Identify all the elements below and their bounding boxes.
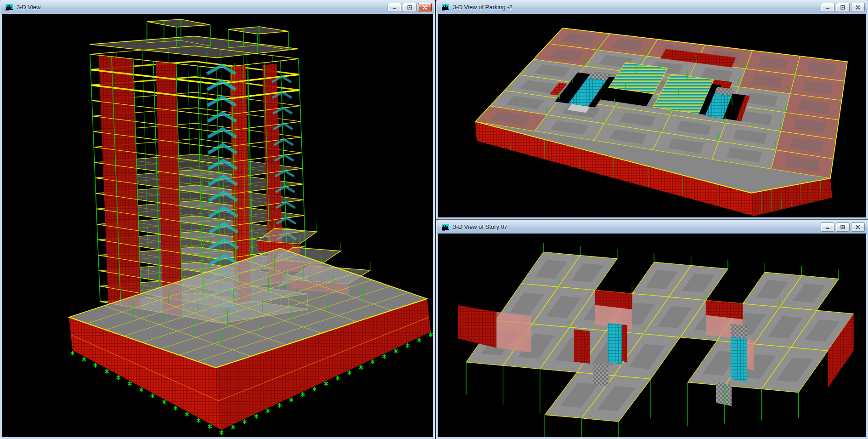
- minimize-icon: [392, 5, 397, 10]
- close-icon: [855, 5, 861, 10]
- close-button[interactable]: [418, 3, 432, 12]
- close-button[interactable]: [851, 222, 865, 232]
- window-controls: [821, 222, 865, 232]
- window-3d-view: 3-D View: [0, 0, 435, 439]
- window-title: 3-D View: [17, 4, 384, 11]
- minimize-button[interactable]: [821, 222, 834, 232]
- restore-button[interactable]: [836, 222, 850, 232]
- restore-icon: [840, 5, 845, 10]
- minimize-icon: [825, 5, 830, 10]
- window-controls: [821, 3, 865, 12]
- minimize-button[interactable]: [821, 3, 834, 12]
- restore-icon: [407, 5, 412, 10]
- minimize-button[interactable]: [388, 3, 401, 12]
- window-parking: 3-D View of Parking -2: [436, 0, 868, 219]
- mdi-workspace: 3-D View: [0, 0, 868, 439]
- model-3d-view-icon: [441, 223, 450, 231]
- viewport-story07-model[interactable]: [438, 234, 866, 437]
- window-story07: 3-D View of Story 07: [436, 220, 868, 439]
- restore-icon: [840, 225, 845, 229]
- titlebar[interactable]: 3-D View of Parking -2: [437, 0, 868, 14]
- viewport-parking-model[interactable]: [438, 14, 866, 217]
- window-controls: [388, 3, 432, 12]
- restore-button[interactable]: [836, 3, 850, 12]
- close-icon: [855, 225, 861, 229]
- model-3d-view-icon: [441, 3, 450, 11]
- window-title: 3-D View of Parking -2: [453, 4, 817, 11]
- close-button[interactable]: [851, 3, 865, 12]
- restore-button[interactable]: [403, 3, 417, 12]
- minimize-icon: [825, 225, 830, 229]
- model-3d-view-icon: [5, 3, 13, 11]
- close-icon: [422, 5, 428, 10]
- titlebar[interactable]: 3-D View: [0, 0, 434, 14]
- window-title: 3-D View of Story 07: [453, 223, 817, 230]
- viewport-3d-model[interactable]: [2, 14, 433, 437]
- titlebar[interactable]: 3-D View of Story 07: [437, 220, 868, 234]
